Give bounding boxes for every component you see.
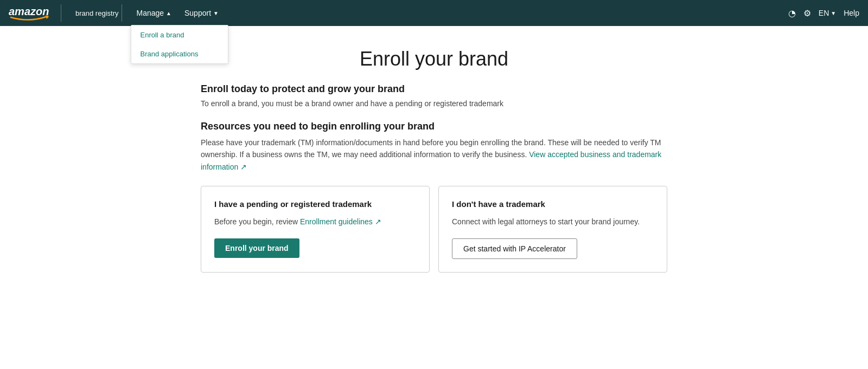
no-trademark-text: Connect with legal attorneys to start yo… <box>452 216 654 228</box>
resources-desc: Please have your trademark (TM) informat… <box>201 137 667 173</box>
manage-dropdown-menu: Enroll a brand Brand applications <box>131 25 228 64</box>
logo-area: amazon brand registry <box>9 4 131 22</box>
support-button[interactable]: Support ▼ <box>179 5 224 21</box>
logo-separator <box>61 4 61 22</box>
compass-icon[interactable]: ◔ <box>788 8 796 18</box>
nav-separator-2 <box>122 4 122 22</box>
external-link-icon-2: ↗ <box>375 217 381 226</box>
support-dropdown: Support ▼ <box>179 5 224 21</box>
has-trademark-title: I have a pending or registered trademark <box>214 199 416 209</box>
page-title: Enroll your brand <box>201 48 667 70</box>
manage-dropdown: Manage ▲ Enroll a brand Brand applicatio… <box>131 5 177 21</box>
enroll-heading: Enroll today to protect and grow your br… <box>201 83 667 95</box>
lang-arrow-icon: ▼ <box>831 10 836 16</box>
has-trademark-text: Before you begin, review Enrollment guid… <box>214 216 416 228</box>
manage-arrow-icon: ▲ <box>166 10 171 16</box>
enroll-a-brand-item[interactable]: Enroll a brand <box>131 25 228 44</box>
brand-applications-item[interactable]: Brand applications <box>131 44 228 63</box>
nav-right: ◔ ⚙ EN ▼ Help <box>788 8 859 18</box>
gear-icon[interactable]: ⚙ <box>803 8 811 18</box>
enrollment-guidelines-link[interactable]: Enrollment guidelines ↗ <box>300 217 381 226</box>
no-trademark-card: I don't have a trademark Connect with le… <box>438 186 667 273</box>
language-selector[interactable]: EN ▼ <box>819 9 836 17</box>
brand-registry-label: brand registry <box>75 9 118 17</box>
nav-links: Manage ▲ Enroll a brand Brand applicatio… <box>131 5 788 21</box>
main-content: Enroll your brand Enroll today to protec… <box>190 26 678 305</box>
enrollment-cards: I have a pending or registered trademark… <box>201 186 667 273</box>
amazon-logo: amazon <box>9 5 58 21</box>
ip-accelerator-button[interactable]: Get started with IP Accelerator <box>452 238 577 259</box>
support-arrow-icon: ▼ <box>213 10 219 16</box>
navbar: amazon brand registry Manage ▲ Enroll a … <box>0 0 868 26</box>
has-trademark-card: I have a pending or registered trademark… <box>201 186 430 273</box>
help-link[interactable]: Help <box>844 9 859 17</box>
enroll-subtext: To enroll a brand, you must be a brand o… <box>201 99 667 108</box>
no-trademark-title: I don't have a trademark <box>452 199 654 209</box>
external-link-icon: ↗ <box>240 163 247 171</box>
resources-heading: Resources you need to begin enrolling yo… <box>201 121 667 132</box>
manage-button[interactable]: Manage ▲ <box>131 5 177 21</box>
svg-text:amazon: amazon <box>9 5 49 17</box>
enroll-brand-button[interactable]: Enroll your brand <box>214 238 299 258</box>
